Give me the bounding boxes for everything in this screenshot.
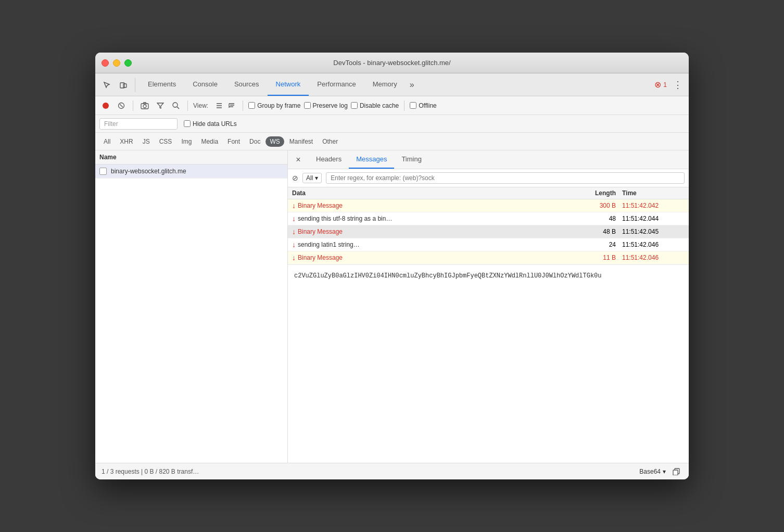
separator-3 xyxy=(243,100,243,111)
message-time: 11:51:42.044 xyxy=(622,215,685,222)
message-row[interactable]: ↓ Binary Message 11 B 11:51:42.046 xyxy=(288,251,689,264)
detail-tab-headers[interactable]: Headers xyxy=(309,150,349,169)
status-left: 1 / 3 requests | 0 B / 820 B transf… xyxy=(102,468,199,475)
nav-right: ⊗ 1 ⋮ xyxy=(654,77,685,93)
type-tab-img[interactable]: Img xyxy=(177,136,196,147)
message-row[interactable]: ↓ sending this utf-8 string as a bin… 48… xyxy=(288,212,689,225)
request-item[interactable]: binary-websocket.glitch.me xyxy=(95,164,287,179)
devtools-window: DevTools - binary-websocket.glitch.me/ xyxy=(95,53,689,479)
more-tabs-button[interactable]: » xyxy=(406,73,419,96)
type-tab-media[interactable]: Media xyxy=(197,136,222,147)
group-by-frame-checkbox[interactable]: Group by frame xyxy=(248,102,300,109)
message-data: Binary Message xyxy=(298,254,570,261)
tab-elements[interactable]: Elements xyxy=(140,73,184,96)
request-checkbox xyxy=(99,168,107,175)
message-length: 48 xyxy=(570,215,622,222)
device-toolbar-icon[interactable] xyxy=(116,78,131,92)
type-tab-css[interactable]: CSS xyxy=(155,136,176,147)
offline-checkbox[interactable]: Offline xyxy=(410,102,436,109)
messages-table: Data Length Time ↓ Binary Message 300 B … xyxy=(288,187,689,463)
arrow-icon: ↓ xyxy=(292,227,296,236)
message-length: 24 xyxy=(570,241,622,248)
settings-menu-button[interactable]: ⋮ xyxy=(671,77,685,93)
maximize-button[interactable] xyxy=(124,59,132,67)
close-button[interactable] xyxy=(102,59,109,67)
message-length: 300 B xyxy=(570,202,622,209)
minimize-button[interactable] xyxy=(113,59,120,67)
error-badge[interactable]: ⊗ 1 xyxy=(654,80,667,90)
inspect-icon[interactable] xyxy=(99,78,114,92)
separator-1 xyxy=(133,100,133,111)
message-time: 11:51:42.042 xyxy=(622,202,685,209)
svg-line-8 xyxy=(177,107,179,109)
detail-tabs: × Headers Messages Timing xyxy=(288,150,689,169)
devtools-body: Elements Console Sources Network Perform… xyxy=(95,73,689,479)
filter-button[interactable] xyxy=(154,99,167,112)
type-tab-js[interactable]: JS xyxy=(138,136,154,147)
hide-data-urls-checkbox[interactable]: Hide data URLs xyxy=(184,120,237,128)
traffic-lights xyxy=(102,59,132,67)
error-icon: ⊗ xyxy=(654,80,661,90)
view-buttons xyxy=(213,100,237,111)
regex-filter-input[interactable] xyxy=(326,172,685,184)
message-time: 11:51:42.045 xyxy=(622,228,685,235)
list-view-button[interactable] xyxy=(213,100,225,111)
message-row[interactable]: ↓ Binary Message 300 B 11:51:42.042 xyxy=(288,199,689,212)
camera-button[interactable] xyxy=(138,99,151,112)
status-text: 1 / 3 requests | 0 B / 820 B transf… xyxy=(102,468,199,475)
separator-2 xyxy=(187,100,188,111)
detail-panel: × Headers Messages Timing ⊘ All xyxy=(288,150,689,463)
arrow-icon: ↓ xyxy=(292,254,296,262)
tab-memory[interactable]: Memory xyxy=(364,73,406,96)
messages-filter: ⊘ All ▾ xyxy=(288,169,689,187)
waterfall-view-button[interactable] xyxy=(226,100,237,111)
svg-rect-17 xyxy=(673,470,678,475)
tab-performance[interactable]: Performance xyxy=(309,73,364,96)
direction-filter[interactable]: All ▾ xyxy=(302,173,322,183)
record-button[interactable] xyxy=(99,99,112,112)
error-count: 1 xyxy=(663,81,667,88)
message-data: sending latin1 string… xyxy=(298,241,570,248)
type-tab-xhr[interactable]: XHR xyxy=(116,136,137,147)
type-tab-font[interactable]: Font xyxy=(223,136,244,147)
col-data-header: Data xyxy=(292,189,570,197)
col-time-header: Time xyxy=(622,189,685,197)
type-tab-all[interactable]: All xyxy=(99,136,115,147)
svg-point-6 xyxy=(143,105,146,108)
disable-cache-checkbox[interactable]: Disable cache xyxy=(351,102,399,109)
status-bar: 1 / 3 requests | 0 B / 820 B transf… Bas… xyxy=(95,463,689,479)
main-content: Name binary-websocket.glitch.me × Header… xyxy=(95,150,689,463)
titlebar: DevTools - binary-websocket.glitch.me/ xyxy=(95,53,689,73)
type-filter-tabs: All XHR JS CSS Img Media Font Doc xyxy=(95,133,689,150)
clear-button[interactable] xyxy=(115,99,128,112)
encoding-select[interactable]: Base64 ▾ xyxy=(639,468,666,475)
preserve-log-checkbox[interactable]: Preserve log xyxy=(304,102,348,109)
detail-close-button[interactable]: × xyxy=(292,154,305,166)
detail-tab-messages[interactable]: Messages xyxy=(349,150,394,169)
filter-bar: Hide data URLs xyxy=(95,115,689,133)
message-row[interactable]: ↓ Binary Message 48 B 11:51:42.045 xyxy=(288,225,689,238)
tab-network[interactable]: Network xyxy=(268,73,309,96)
message-data: Binary Message xyxy=(298,202,570,209)
requests-list: binary-websocket.glitch.me xyxy=(95,164,287,463)
type-tab-doc[interactable]: Doc xyxy=(245,136,264,147)
copy-button[interactable] xyxy=(670,465,682,478)
type-tab-other[interactable]: Other xyxy=(318,136,342,147)
message-row[interactable]: ↓ sending latin1 string… 24 11:51:42.046 xyxy=(288,238,689,251)
detail-tab-timing[interactable]: Timing xyxy=(394,150,429,169)
decoded-content: c2VuZGluZyB0aGlzIHV0Zi04IHN0cmluZyBhcyBh… xyxy=(288,264,689,287)
tab-console[interactable]: Console xyxy=(184,73,226,96)
window-title: DevTools - binary-websocket.glitch.me/ xyxy=(333,59,450,67)
nav-bar: Elements Console Sources Network Perform… xyxy=(95,73,689,96)
network-toolbar: View: xyxy=(95,96,689,115)
tab-sources[interactable]: Sources xyxy=(226,73,268,96)
type-tab-ws[interactable]: WS xyxy=(265,136,284,147)
search-button[interactable] xyxy=(170,99,182,112)
no-entry-icon: ⊘ xyxy=(292,174,298,182)
requests-header: Name xyxy=(95,150,287,164)
requests-panel: Name binary-websocket.glitch.me xyxy=(95,150,288,463)
messages-table-header: Data Length Time xyxy=(288,187,689,199)
message-data: Binary Message xyxy=(298,228,570,235)
filter-input[interactable] xyxy=(99,118,178,130)
type-tab-manifest[interactable]: Manifest xyxy=(285,136,317,147)
